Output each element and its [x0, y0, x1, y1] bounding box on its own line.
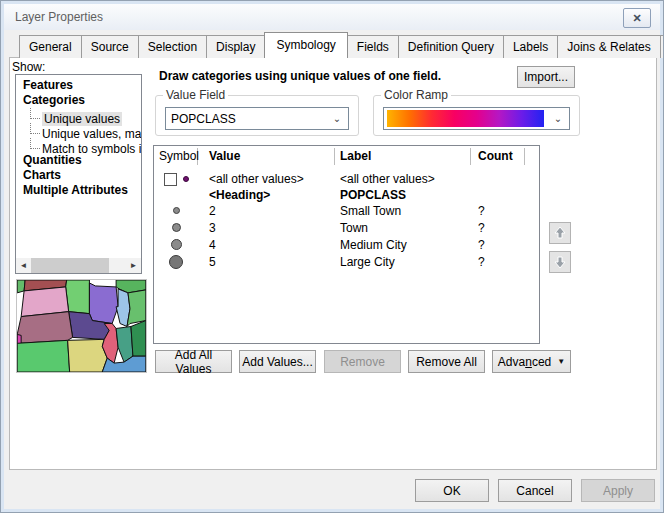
list-header: Symbol Value Label Count — [154, 146, 539, 167]
unique-values-list: Symbol Value Label Count <all other valu… — [153, 145, 540, 344]
advanced-button[interactable]: Advanced ▼ — [492, 350, 571, 373]
close-icon: ✕ — [632, 12, 641, 25]
state-shape — [17, 312, 72, 344]
tree-item-multiple-attributes[interactable]: Multiple Attributes — [16, 183, 141, 198]
state-shape — [66, 280, 90, 314]
window-title: Layer Properties — [15, 10, 103, 24]
value-field-group: Value Field POPCLASS ⌄ — [155, 95, 359, 136]
title-bar[interactable]: Layer Properties ✕ — [4, 4, 660, 30]
remove-all-button[interactable]: Remove All — [408, 350, 485, 373]
class-symbol-icon[interactable] — [172, 223, 181, 232]
show-tree: Features Categories Unique values Unique… — [15, 74, 142, 274]
tab-time[interactable]: Time — [660, 35, 664, 58]
header-symbol: Symbol — [154, 148, 198, 165]
tab-display[interactable]: Display — [206, 35, 265, 58]
table-row[interactable]: 5 Large City ? — [154, 253, 539, 271]
color-ramp-dropdown[interactable]: ⌄ — [383, 107, 570, 130]
tree-horizontal-scrollbar[interactable]: ◄ ► — [16, 258, 141, 273]
value-field-label: Value Field — [163, 88, 228, 102]
table-row[interactable]: 3 Town ? — [154, 219, 539, 236]
state-shape — [116, 326, 133, 362]
tree-item-unique-values-many[interactable]: Unique values, many — [16, 123, 141, 138]
tree-elbow-icon — [30, 108, 40, 119]
color-ramp-group: Color Ramp ⌄ — [373, 95, 580, 136]
tree-item-categories[interactable]: Categories — [16, 93, 141, 108]
up-arrow-icon — [553, 226, 567, 240]
value-field-selected: POPCLASS — [166, 112, 326, 126]
tab-source[interactable]: Source — [81, 35, 139, 58]
class-symbol-icon[interactable] — [173, 207, 180, 214]
tree-item-match-symbols[interactable]: Match to symbols in a — [16, 138, 141, 153]
tree-item-unique-values[interactable]: Unique values — [16, 108, 141, 123]
state-shape — [89, 283, 118, 324]
value-field-dropdown[interactable]: POPCLASS ⌄ — [165, 107, 349, 130]
scrollbar-thumb[interactable] — [31, 258, 109, 273]
layer-properties-dialog: Layer Properties ✕ General Source Select… — [0, 0, 664, 513]
tab-symbology[interactable]: Symbology — [264, 32, 347, 58]
state-shape — [131, 321, 146, 357]
import-button[interactable]: Import... — [517, 66, 575, 88]
tree-elbow-icon — [30, 138, 40, 149]
table-row[interactable]: 2 Small Town ? — [154, 202, 539, 219]
tab-joins-relates[interactable]: Joins & Relates — [557, 35, 660, 58]
tab-definition-query[interactable]: Definition Query — [398, 35, 504, 58]
state-shape — [127, 290, 146, 327]
cancel-button[interactable]: Cancel — [498, 479, 572, 502]
color-ramp-swatch — [387, 110, 544, 127]
dropdown-caret-icon: ▼ — [557, 357, 565, 366]
move-down-button[interactable] — [549, 251, 571, 273]
down-arrow-icon — [553, 255, 567, 269]
tab-strip: General Source Selection Display Symbolo… — [19, 32, 664, 58]
method-description: Draw categories using unique values of o… — [159, 69, 441, 83]
state-shape — [68, 339, 108, 372]
tree-item-charts[interactable]: Charts — [16, 168, 141, 183]
add-all-values-button[interactable]: Add All Values — [155, 350, 232, 373]
header-count: Count — [471, 148, 525, 165]
state-shape — [17, 340, 69, 372]
remove-button[interactable]: Remove — [324, 350, 401, 373]
tree-item-features[interactable]: Features — [16, 78, 141, 93]
scroll-right-icon[interactable]: ► — [126, 258, 141, 273]
ok-button[interactable]: OK — [415, 479, 489, 502]
layer-preview-map — [16, 279, 147, 373]
class-symbol-icon[interactable] — [169, 255, 183, 269]
all-other-values-checkbox[interactable] — [164, 173, 177, 186]
color-ramp-label: Color Ramp — [381, 88, 451, 102]
chevron-down-icon: ⌄ — [326, 113, 348, 124]
table-row-heading[interactable]: <Heading> POPCLASS — [154, 187, 539, 202]
tab-general[interactable]: General — [19, 35, 82, 58]
tree-elbow-icon — [30, 123, 40, 134]
chevron-down-icon: ⌄ — [547, 113, 569, 124]
table-row[interactable]: 4 Medium City ? — [154, 236, 539, 253]
header-label: Label — [335, 148, 471, 165]
map-preview-svg — [17, 280, 146, 372]
apply-button[interactable]: Apply — [581, 479, 655, 502]
class-symbol-icon[interactable] — [171, 239, 182, 250]
add-values-button[interactable]: Add Values... — [239, 350, 316, 373]
move-up-button[interactable] — [549, 222, 571, 244]
header-value: Value — [198, 148, 335, 165]
tab-labels[interactable]: Labels — [503, 35, 558, 58]
scroll-left-icon[interactable]: ◄ — [16, 258, 31, 273]
all-other-values-symbol-icon[interactable] — [183, 176, 189, 182]
close-button[interactable]: ✕ — [623, 8, 651, 28]
tab-fields[interactable]: Fields — [347, 35, 399, 58]
show-label: Show: — [12, 60, 45, 74]
table-row[interactable]: <all other values> <all other values> — [154, 171, 539, 187]
tab-selection[interactable]: Selection — [138, 35, 207, 58]
symbology-page: Show: Features Categories Unique values … — [9, 57, 657, 470]
